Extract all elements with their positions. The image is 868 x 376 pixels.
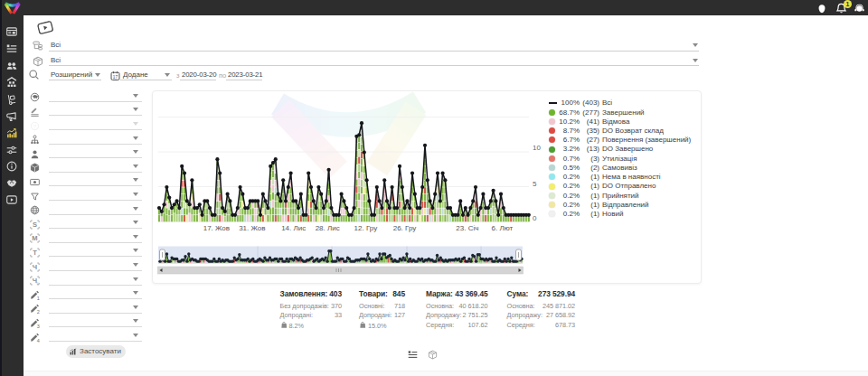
svg-text:3: 3	[37, 324, 40, 328]
svg-text:12. Гру: 12. Гру	[354, 224, 378, 232]
svg-text:Ч: Ч	[33, 262, 37, 270]
svg-text:T: T	[33, 248, 37, 256]
svg-text:б: б	[37, 282, 39, 286]
svg-text:4: 4	[37, 337, 40, 342]
svg-text:28. Лис: 28. Лис	[316, 224, 340, 232]
svg-text:17: 17	[113, 75, 118, 80]
svg-text:2: 2	[37, 309, 40, 314]
svg-text:M: M	[32, 234, 37, 242]
svg-text:14. Лис: 14. Лис	[281, 224, 306, 232]
svg-text:17. Жов: 17. Жов	[203, 224, 230, 232]
svg-text:0: 0	[533, 214, 537, 222]
svg-text:26. Гру: 26. Гру	[393, 224, 417, 232]
svg-text:?: ?	[33, 123, 36, 128]
svg-text:S: S	[33, 220, 37, 228]
svg-text:6. Лют: 6. Лют	[492, 224, 514, 232]
svg-text:5: 5	[533, 180, 537, 188]
svg-text:10: 10	[533, 144, 541, 152]
svg-text:23. Січ: 23. Січ	[456, 224, 478, 232]
svg-text:1: 1	[37, 295, 40, 299]
svg-text:31. Жов: 31. Жов	[239, 224, 265, 232]
